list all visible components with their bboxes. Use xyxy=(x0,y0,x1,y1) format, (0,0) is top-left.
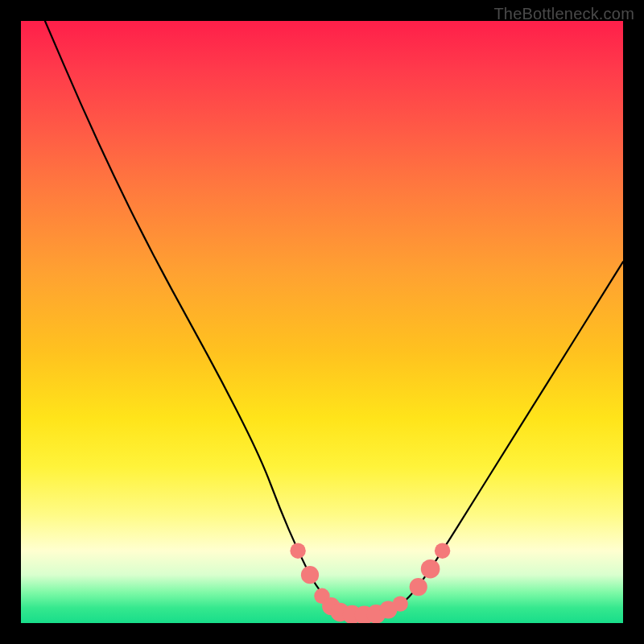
chart-svg xyxy=(21,21,623,623)
curve-marker xyxy=(290,543,305,559)
bottleneck-curve xyxy=(45,21,623,615)
curve-marker xyxy=(410,578,427,596)
watermark-text: TheBottleneck.com xyxy=(493,5,634,23)
chart-plot-area xyxy=(21,21,623,623)
curve-marker xyxy=(301,566,319,584)
curve-marker xyxy=(435,543,450,559)
curve-marker xyxy=(393,596,408,611)
curve-marker xyxy=(421,559,440,579)
chart-frame: TheBottleneck.com xyxy=(0,0,644,644)
